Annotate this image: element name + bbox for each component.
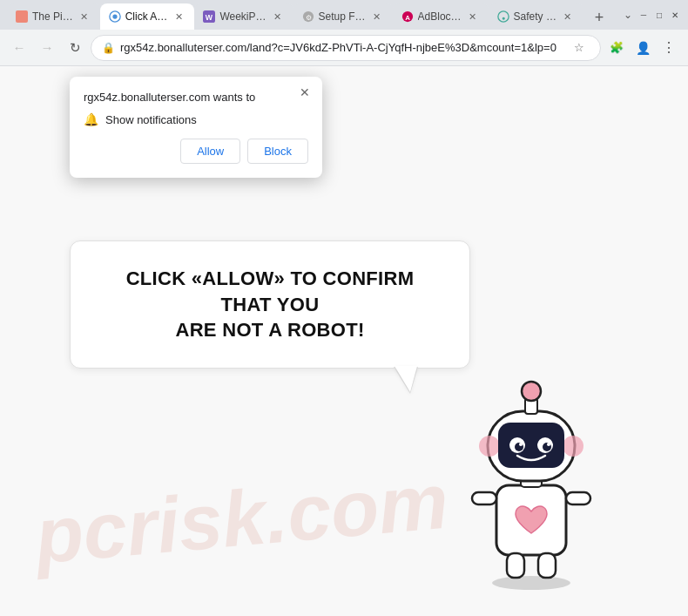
svg-text:⚙: ⚙ bbox=[305, 14, 311, 22]
account-icon[interactable]: 👤 bbox=[631, 36, 655, 60]
popup-buttons: Allow Block bbox=[84, 139, 308, 164]
tab-2[interactable]: Click A… ✕ bbox=[100, 3, 195, 30]
tab-2-favicon bbox=[109, 10, 121, 23]
close-button[interactable] bbox=[669, 9, 681, 21]
block-button[interactable]: Block bbox=[247, 139, 308, 164]
svg-point-25 bbox=[519, 443, 523, 446]
svg-point-26 bbox=[547, 443, 550, 446]
tab-6-favicon: ● bbox=[497, 10, 509, 23]
svg-point-1 bbox=[112, 14, 117, 18]
window-controls: ⌄ bbox=[622, 9, 681, 21]
svg-point-18 bbox=[479, 436, 500, 457]
tab-6[interactable]: ● Safety … ✕ bbox=[489, 3, 583, 30]
svg-text:W: W bbox=[206, 13, 213, 22]
tab-4[interactable]: ⚙ Setup F… ✕ bbox=[293, 3, 393, 30]
message-box-wrap: CLICK «ALLOW» TO CONFIRM THAT YOU ARE NO… bbox=[70, 240, 470, 369]
popup-domain: rgx54z.bonalluterser.com wants to bbox=[84, 91, 308, 104]
bookmark-icon[interactable]: ☆ bbox=[569, 37, 590, 58]
tab-2-label: Click A… bbox=[125, 10, 168, 23]
popup-notification-text: Show notifications bbox=[105, 113, 197, 126]
address-text: rgx54z.bonalluterser.com/land?c=JV6kdZ-P… bbox=[120, 41, 563, 54]
tab-2-close[interactable]: ✕ bbox=[172, 10, 185, 24]
message-line1: CLICK «ALLOW» TO CONFIRM THAT YOU bbox=[126, 267, 415, 315]
svg-point-28 bbox=[522, 382, 541, 401]
titlebar: The Pi… ✕ Click A… ✕ W WeekiP… ✕ ⚙ bbox=[0, 0, 688, 30]
popup-notification-row: 🔔 Show notifications bbox=[84, 112, 308, 126]
tab-5-favicon: A bbox=[401, 10, 414, 23]
svg-rect-12 bbox=[472, 492, 496, 504]
tab-4-favicon: ⚙ bbox=[302, 10, 314, 23]
svg-rect-13 bbox=[566, 492, 590, 504]
svg-point-10 bbox=[492, 576, 570, 590]
tab-5-close[interactable]: ✕ bbox=[466, 10, 480, 24]
forward-button[interactable]: → bbox=[35, 36, 59, 60]
back-button[interactable]: ← bbox=[7, 36, 31, 60]
tab-3-close[interactable]: ✕ bbox=[271, 10, 285, 24]
nav-right: 🧩 👤 ⋮ bbox=[604, 36, 681, 60]
main-message: CLICK «ALLOW» TO CONFIRM THAT YOU ARE NO… bbox=[98, 266, 442, 343]
tab-4-close[interactable]: ✕ bbox=[370, 10, 384, 24]
svg-text:●: ● bbox=[501, 15, 504, 21]
refresh-button[interactable]: ↻ bbox=[63, 36, 87, 60]
svg-rect-14 bbox=[507, 553, 524, 578]
tab-1-close[interactable]: ✕ bbox=[78, 10, 91, 24]
page-content: pcrisk.com ✕ rgx54z.bonalluterser.com wa… bbox=[0, 66, 688, 616]
minimize-button[interactable] bbox=[637, 9, 650, 21]
maximize-button[interactable] bbox=[653, 9, 665, 21]
svg-text:A: A bbox=[405, 14, 410, 22]
tab-3[interactable]: W WeekiP… ✕ bbox=[194, 3, 293, 30]
menu-icon[interactable]: ⋮ bbox=[657, 36, 681, 60]
tab-1[interactable]: The Pi… ✕ bbox=[7, 3, 100, 30]
robot-illustration bbox=[444, 346, 618, 590]
tab-3-favicon: W bbox=[203, 10, 215, 23]
address-bar[interactable]: 🔒 rgx54z.bonalluterser.com/land?c=JV6kdZ… bbox=[91, 35, 601, 61]
tab-6-close[interactable]: ✕ bbox=[561, 10, 575, 24]
permission-popup: ✕ rgx54z.bonalluterser.com wants to 🔔 Sh… bbox=[70, 77, 322, 178]
message-line2: ARE NOT A ROBOT! bbox=[175, 319, 364, 341]
navbar: ← → ↻ 🔒 rgx54z.bonalluterser.com/land?c=… bbox=[0, 30, 688, 66]
popup-close-button[interactable]: ✕ bbox=[296, 84, 314, 101]
tab-5-label: AdBloc… bbox=[418, 10, 462, 23]
extensions-icon[interactable]: 🧩 bbox=[604, 36, 629, 60]
tab-4-label: Setup F… bbox=[319, 10, 366, 23]
new-tab-button[interactable]: + bbox=[587, 5, 611, 30]
tab-1-label: The Pi… bbox=[32, 10, 73, 23]
allow-button[interactable]: Allow bbox=[180, 139, 240, 164]
bell-icon: 🔔 bbox=[84, 112, 98, 126]
svg-point-19 bbox=[563, 436, 583, 457]
tab-5[interactable]: A AdBloc… ✕ bbox=[393, 3, 489, 30]
svg-rect-15 bbox=[538, 553, 556, 578]
watermark: pcrisk.com bbox=[31, 456, 451, 581]
speech-bubble: CLICK «ALLOW» TO CONFIRM THAT YOU ARE NO… bbox=[70, 240, 470, 369]
tab-strip: The Pi… ✕ Click A… ✕ W WeekiP… ✕ ⚙ bbox=[7, 0, 615, 30]
tab-3-label: WeekiP… bbox=[219, 10, 266, 23]
tab-1-favicon bbox=[16, 10, 28, 23]
lock-icon: 🔒 bbox=[102, 42, 115, 54]
address-actions: ☆ bbox=[569, 37, 590, 58]
tab-6-label: Safety … bbox=[514, 10, 556, 23]
robot-svg bbox=[444, 346, 618, 590]
chevron-down-icon[interactable]: ⌄ bbox=[622, 9, 634, 21]
